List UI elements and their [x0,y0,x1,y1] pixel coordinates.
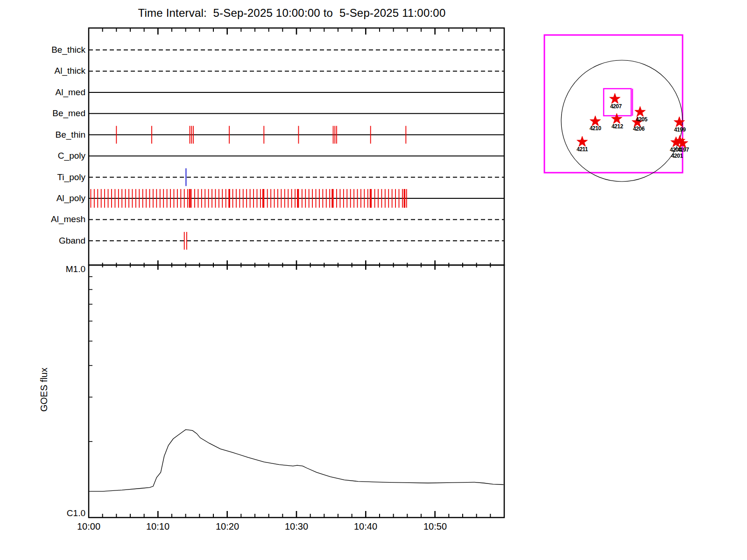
x-tick-label-1020: 10:20 [209,521,246,532]
x-tick-label-1040: 10:40 [347,521,384,532]
ar-label-4211: 4211 [573,146,592,153]
filter-label-ti-poly: Ti_poly [15,172,85,183]
y-axis-title: GOES flux [39,362,50,418]
active-region-star-4211 [577,136,588,147]
solar-limb-circle [561,60,683,182]
goes-panel-frame [89,265,504,518]
ar-label-4205: 4205 [632,116,651,123]
y-axis-top-label: M1.0 [15,264,85,275]
plot-title: Time Interval: 5-Sep-2025 10:00:00 to 5-… [0,7,584,20]
ar-label-4210: 4210 [586,125,605,132]
time-axis-ticks [89,28,490,518]
filter-label-be-thin: Be_thin [15,129,85,140]
filter-rows [89,50,504,250]
active-region-star-4205 [635,106,646,117]
filter-label-al-poly: Al_poly [15,193,85,204]
x-tick-label-1050: 10:50 [416,521,454,532]
ar-label-4207: 4207 [606,103,625,110]
filter-label-al-mesh: Al_mesh [15,214,85,225]
plot-canvas [0,0,747,560]
filter-label-al-thick: Al_thick [15,65,85,77]
x-tick-label-1010: 10:10 [139,521,176,532]
filter-label-be-med: Be_med [15,108,85,119]
filter-label-be-thick: Be_thick [15,44,85,56]
ar-label-4201: 4201 [668,153,686,159]
active-region-star-4207 [610,93,620,104]
goes-flux-curve [89,430,504,491]
ar-label-4212: 4212 [608,123,627,130]
filter-label-c-poly: C_poly [15,150,85,161]
ar-label-4197: 4197 [674,147,692,153]
y-axis-bottom-label: C1.0 [15,508,85,519]
x-tick-label-1000: 10:00 [70,521,107,532]
screenshot-root: Time Interval: 5-Sep-2025 10:00:00 to 5-… [0,0,747,560]
filter-label-al-med: Al_med [15,87,85,98]
timeline-panel-frame [89,28,504,265]
active-region-star-4212 [612,113,622,124]
x-tick-label-1030: 10:30 [278,521,315,532]
ar-label-4199: 4199 [670,126,689,133]
filter-label-gband: Gband [15,235,85,246]
active-region-star-4210 [590,116,601,126]
ar-label-4206: 4206 [629,126,648,132]
